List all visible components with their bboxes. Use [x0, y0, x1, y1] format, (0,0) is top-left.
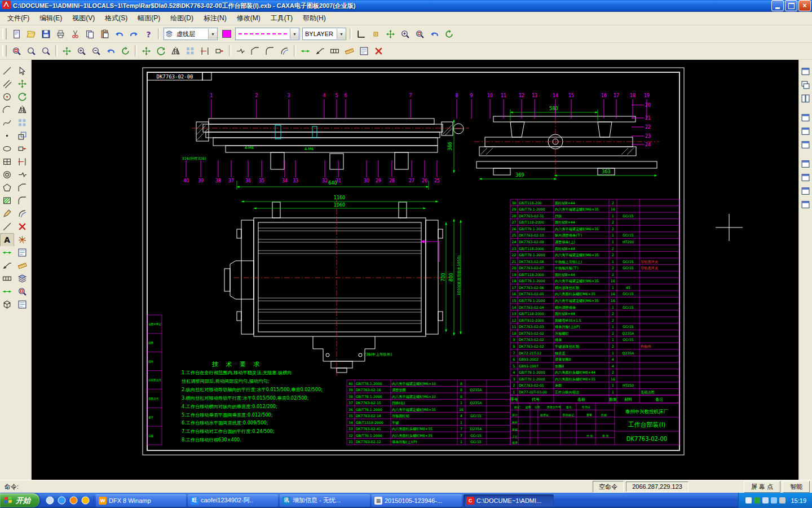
copy-icon[interactable] [83, 27, 97, 41]
zoom-out-icon[interactable] [89, 44, 103, 58]
leader-icon[interactable] [0, 259, 14, 273]
toolbar-grip[interactable] [2, 45, 7, 56]
fillet-icon[interactable] [263, 44, 277, 58]
zoom-pane-icon[interactable] [15, 285, 29, 299]
toolbar-edit-icon[interactable] [799, 139, 812, 151]
polygon-icon[interactable] [0, 181, 14, 195]
angle-line-icon[interactable] [0, 220, 14, 234]
offset-icon[interactable] [15, 207, 29, 221]
text-icon[interactable]: A [0, 233, 14, 247]
menu-item-工具(T)[interactable]: 工具(T) [266, 12, 298, 25]
rotate-icon[interactable] [15, 90, 29, 104]
menu-item-编辑(E)[interactable]: 编辑(E) [34, 12, 67, 25]
menu-item-幅面(P)[interactable]: 幅面(P) [133, 12, 165, 25]
props-icon[interactable] [357, 44, 371, 58]
rect-grid-icon[interactable] [0, 155, 14, 169]
zoom-window-icon[interactable] [10, 44, 24, 58]
menu-item-标注(N)[interactable]: 标注(N) [198, 12, 232, 25]
save-icon[interactable] [39, 27, 53, 41]
tray-volume-icon[interactable] [762, 497, 769, 503]
toolbar-grip[interactable] [2, 28, 7, 40]
dim-icon[interactable] [298, 44, 312, 58]
new-window-icon[interactable] [799, 65, 812, 78]
toolbar-settings-icon[interactable] [799, 172, 812, 184]
ellipse-icon[interactable] [0, 142, 14, 156]
drawing-canvas[interactable]: DK7763-02-00 [32, 60, 798, 480]
stretch-icon[interactable] [15, 142, 29, 156]
move-icon[interactable] [15, 77, 29, 91]
break-icon[interactable] [15, 168, 29, 182]
media-player-icon[interactable] [68, 496, 78, 506]
tray-usb-icon[interactable] [779, 497, 785, 503]
start-button[interactable]: 开始 [0, 493, 39, 507]
osnap-icon[interactable] [369, 27, 383, 41]
spline-icon[interactable] [0, 116, 14, 130]
taskbar-task-caxa[interactable]: CC:\DOCUME~1\ADMI... [464, 494, 554, 507]
smart-snap-button[interactable]: 智能 [783, 481, 810, 493]
redo-icon[interactable] [127, 27, 141, 41]
ie-icon[interactable] [56, 496, 67, 506]
measure-icon[interactable] [342, 44, 356, 58]
menu-item-帮助(H)[interactable]: 帮助(H) [298, 12, 331, 25]
menu-item-文件(F)[interactable]: 文件(F) [2, 12, 34, 25]
delete-icon[interactable] [15, 220, 29, 234]
zoom-all-icon[interactable] [39, 44, 53, 58]
zoom-window-icon[interactable] [413, 27, 427, 41]
linewidth-combo[interactable]: BYLAYER ▼ [302, 28, 346, 40]
tray-shield-icon[interactable] [754, 497, 760, 503]
trim-icon[interactable] [198, 44, 212, 58]
extend-icon[interactable] [213, 44, 227, 58]
mirror-icon[interactable] [15, 103, 29, 117]
screen-point-button[interactable]: 屏 幕 点 [744, 481, 780, 493]
tile-windows-icon[interactable] [799, 93, 812, 105]
cut-icon[interactable] [68, 27, 82, 41]
toolbar-standard-icon[interactable] [799, 112, 812, 124]
circle-icon[interactable] [0, 90, 14, 104]
chevron-down-icon[interactable]: ▼ [337, 29, 346, 39]
taskbar-task-winamp[interactable]: WDFX 8 Winamp [96, 494, 186, 507]
coord-icon[interactable] [0, 285, 14, 299]
fillet-icon[interactable] [15, 194, 29, 208]
cascade-windows-icon[interactable] [799, 79, 812, 91]
zoom-prev-icon[interactable] [427, 27, 442, 41]
taskbar-task-wangwang[interactable]: 旺caofei1234902-阿.. [188, 494, 278, 507]
offset-icon[interactable] [277, 44, 292, 58]
prev-view-icon[interactable] [104, 44, 118, 58]
move-icon[interactable] [139, 44, 153, 58]
command-prompt[interactable]: 命令: [2, 483, 21, 491]
chevron-down-icon[interactable]: ▼ [208, 29, 217, 39]
sketch-icon[interactable] [0, 207, 14, 221]
explode-icon[interactable] [15, 233, 29, 247]
toolbar-draw-icon[interactable] [799, 125, 812, 138]
measure-icon[interactable] [15, 259, 29, 273]
menu-item-视图(V)[interactable]: 视图(V) [67, 12, 100, 25]
delete-icon[interactable] [372, 44, 386, 58]
toolbar-help-icon[interactable] [799, 199, 812, 211]
settings-icon[interactable] [15, 298, 29, 312]
paste-icon[interactable] [98, 27, 112, 41]
zoom-dynamic-icon[interactable] [24, 44, 38, 58]
parallel-icon[interactable] [0, 77, 14, 91]
linetype-combo[interactable]: ▼ [235, 28, 299, 40]
color-button[interactable] [219, 27, 233, 41]
arc-icon[interactable] [0, 103, 14, 117]
hatch-icon[interactable] [0, 194, 14, 208]
pan-icon[interactable] [60, 44, 74, 58]
array-icon[interactable] [15, 116, 29, 130]
ortho-icon[interactable] [354, 27, 368, 41]
rotate-icon[interactable] [154, 44, 168, 58]
tray-network-icon[interactable] [771, 497, 777, 503]
leader-icon[interactable] [313, 44, 327, 58]
undo-icon[interactable] [112, 27, 126, 41]
scale-icon[interactable] [15, 129, 29, 143]
props-icon[interactable] [15, 246, 29, 260]
line-icon[interactable] [0, 64, 14, 78]
layer-combo[interactable]: 虚线层 ▼ [164, 28, 218, 40]
show-desktop-icon[interactable] [45, 496, 55, 506]
new-icon[interactable] [10, 27, 24, 41]
tolerance-icon[interactable] [0, 272, 14, 286]
taskbar-task-image[interactable]: ▦20150105-123946-... [372, 494, 462, 507]
toolbar-dim-icon[interactable] [799, 158, 812, 170]
refresh-icon[interactable] [118, 44, 133, 58]
mirror-icon[interactable] [169, 44, 183, 58]
